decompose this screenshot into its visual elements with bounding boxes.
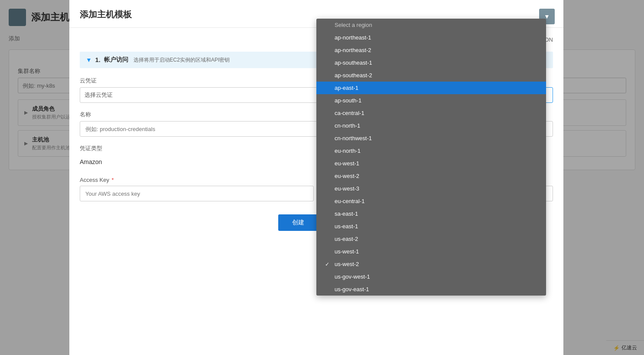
dropdown-item[interactable]: ap-southeast-1 <box>316 56 546 69</box>
dropdown-item[interactable]: ap-south-1 <box>316 94 546 107</box>
dropdown-item[interactable]: ✓us-west-2 <box>316 258 546 270</box>
check-icon: ✓ <box>325 261 331 267</box>
dropdown-item[interactable]: eu-north-1 <box>316 145 546 157</box>
dropdown-item[interactable]: eu-west-3 <box>316 182 546 195</box>
dropdown-item[interactable]: us-east-2 <box>316 233 546 245</box>
section-1-subtitle: 选择将用于启动EC2实例的区域和API密钥 <box>133 56 230 64</box>
cloud-credential-placeholder: 选择云凭证 <box>85 91 113 99</box>
dropdown-item[interactable]: sa-east-1 <box>316 207 546 220</box>
dropdown-item[interactable]: us-east-1 <box>316 220 546 233</box>
required-marker: * <box>110 177 114 183</box>
dropdown-item[interactable]: us-gov-east-1 <box>316 283 546 296</box>
aws-access-key-input[interactable] <box>80 186 314 201</box>
section-1-title: 帐户访问 <box>104 56 128 64</box>
dropdown-item[interactable]: us-west-1 <box>316 245 546 258</box>
dropdown-item[interactable]: eu-central-1 <box>316 195 546 207</box>
dropdown-placeholder[interactable]: Select a region <box>316 19 546 31</box>
dropdown-item[interactable]: ca-central-1 <box>316 107 546 119</box>
dropdown-item[interactable]: ap-southeast-2 <box>316 69 546 82</box>
create-button[interactable]: 创建 <box>278 214 318 231</box>
section-1-number: 1. <box>95 56 101 63</box>
dropdown-item[interactable]: cn-northwest-1 <box>316 132 546 145</box>
dropdown-item[interactable]: ap-northeast-1 <box>316 31 546 44</box>
dropdown-item[interactable]: ap-east-1 <box>316 82 546 94</box>
dropdown-item[interactable]: cn-north-1 <box>316 119 546 132</box>
dropdown-item[interactable]: ap-northeast-2 <box>316 44 546 56</box>
section-arrow-icon: ▼ <box>86 56 92 63</box>
dropdown-item[interactable]: eu-west-1 <box>316 157 546 170</box>
dropdown-item[interactable]: eu-west-2 <box>316 170 546 182</box>
dropdown-item[interactable]: us-gov-west-1 <box>316 270 546 283</box>
region-dropdown[interactable]: Select a region ap-northeast-1ap-northea… <box>316 19 546 296</box>
